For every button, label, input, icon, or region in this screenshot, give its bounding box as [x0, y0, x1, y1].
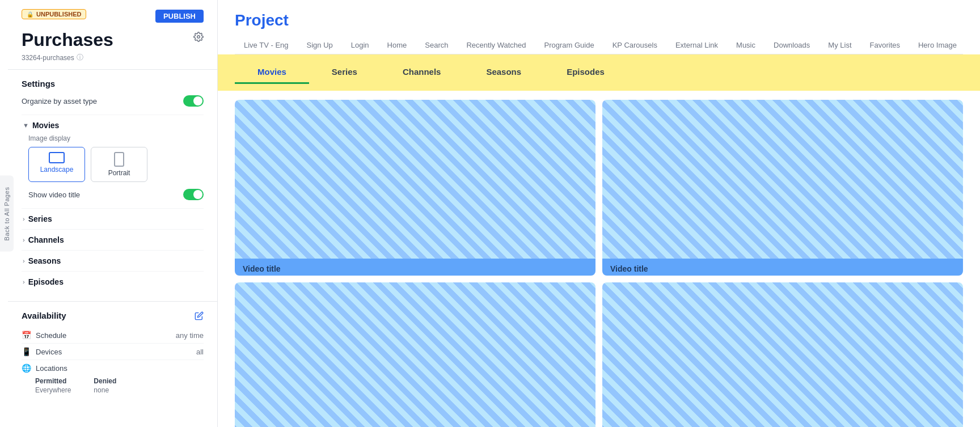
locations-row: 🌐 Locations Permitted Everywhere Denied … — [22, 360, 204, 398]
schedule-label: Schedule — [36, 331, 66, 340]
seasons-label: Seasons — [28, 256, 61, 265]
show-video-title-row: Show video title — [28, 189, 204, 200]
nav-tab-external-link[interactable]: External Link — [666, 36, 727, 54]
info-icon: ⓘ — [77, 53, 83, 62]
tab-movies[interactable]: Movies — [235, 61, 309, 84]
episodes-chevron-right-icon: › — [23, 278, 25, 285]
page-id: 33264-purchases ⓘ — [22, 53, 204, 62]
portrait-option[interactable]: Portrait — [91, 147, 147, 182]
channels-chevron-right-icon: › — [23, 236, 25, 243]
svg-point-0 — [197, 36, 200, 39]
nav-tab-favorites[interactable]: Favorites — [861, 36, 909, 54]
video-thumbnail-1 — [235, 100, 595, 259]
series-label: Series — [28, 214, 52, 223]
nav-tab-login[interactable]: Login — [342, 36, 378, 54]
nav-tab-live-tv-eng[interactable]: Live TV - Eng — [235, 36, 298, 54]
nav-tab-downloads[interactable]: Downloads — [764, 36, 819, 54]
schedule-row: 📅 Schedule any time — [22, 327, 204, 344]
permitted-value: Everywhere — [35, 386, 71, 394]
page-title: Purchases — [22, 29, 113, 50]
nav-tab-my-list[interactable]: My List — [819, 36, 860, 54]
series-chevron-right-icon: › — [23, 215, 25, 222]
settings-section-title: Settings — [22, 79, 204, 88]
device-icon: 📱 — [22, 347, 31, 356]
content-tabs-bar: Movies Series Channels Seasons Episodes — [218, 54, 980, 91]
devices-row: 📱 Devices all — [22, 344, 204, 360]
nav-tab-music[interactable]: Music — [727, 36, 764, 54]
publish-button[interactable]: PUBLISH — [155, 10, 204, 23]
movies-chevron-down-icon: ▼ — [23, 122, 29, 129]
nav-tab-kp-carousels[interactable]: KP Carousels — [603, 36, 666, 54]
episodes-section: › Episodes — [22, 271, 204, 292]
series-section-header[interactable]: › Series — [22, 214, 204, 223]
tab-episodes[interactable]: Episodes — [544, 61, 627, 84]
channels-section: › Channels — [22, 229, 204, 250]
image-display-label: Image display — [28, 134, 204, 142]
organize-by-asset-type-toggle[interactable] — [183, 95, 204, 107]
tab-channels[interactable]: Channels — [380, 61, 464, 84]
globe-icon: 🌐 — [22, 363, 31, 373]
video-card-2: Video title — [602, 100, 963, 276]
edit-icon[interactable] — [195, 311, 204, 320]
landscape-icon — [49, 152, 65, 163]
video-card-3 — [235, 282, 595, 427]
denied-label: Denied — [94, 377, 116, 385]
seasons-chevron-right-icon: › — [23, 257, 25, 264]
organize-by-asset-type-label: Organize by asset type — [22, 97, 97, 105]
movies-label: Movies — [32, 121, 59, 130]
organize-by-asset-type-row: Organize by asset type — [22, 95, 204, 107]
video-card-1: Video title — [235, 100, 595, 276]
show-video-title-label: Show video title — [28, 191, 80, 199]
nav-tab-program-guide[interactable]: Program Guide — [535, 36, 603, 54]
seasons-section: › Seasons — [22, 250, 204, 271]
permitted-label: Permitted — [35, 377, 71, 385]
landscape-option[interactable]: Landscape — [28, 147, 85, 182]
locations-label: Locations — [36, 364, 67, 373]
tab-seasons[interactable]: Seasons — [463, 61, 544, 84]
movies-section-header[interactable]: ▼ Movies — [22, 121, 204, 130]
episodes-section-header[interactable]: › Episodes — [22, 277, 204, 286]
tab-series[interactable]: Series — [309, 61, 380, 84]
nav-tab-sign-up[interactable]: Sign Up — [298, 36, 342, 54]
portrait-icon — [114, 152, 124, 167]
schedule-value: any time — [176, 331, 204, 340]
denied-value: none — [94, 386, 116, 394]
video-card-4 — [602, 282, 963, 427]
devices-label: Devices — [36, 348, 62, 356]
video-title-1: Video title — [235, 259, 595, 276]
show-video-title-toggle[interactable] — [183, 189, 204, 200]
project-label: Project — [235, 11, 963, 29]
preview-area: Video title Video title — [218, 91, 980, 427]
video-thumbnail-2 — [602, 100, 963, 259]
channels-section-header[interactable]: › Channels — [22, 235, 204, 244]
series-section: › Series — [22, 208, 204, 229]
nav-tab-search[interactable]: Search — [416, 36, 457, 54]
unpublished-badge: 🔒 UNPUBLISHED — [22, 9, 86, 19]
nav-tab-hero-image[interactable]: Hero Image — [909, 36, 963, 54]
calendar-icon: 📅 — [22, 331, 31, 340]
availability-title: Availability — [22, 311, 66, 320]
video-thumbnail-3 — [235, 282, 595, 427]
nav-tab-home[interactable]: Home — [378, 36, 416, 54]
video-thumbnail-4 — [602, 282, 963, 427]
movies-section: ▼ Movies Image display Landscape Portrai… — [22, 115, 204, 208]
episodes-label: Episodes — [28, 277, 64, 286]
gear-icon[interactable] — [193, 32, 204, 42]
devices-value: all — [196, 348, 204, 356]
back-to-all-pages[interactable]: Back to All Pages — [0, 175, 14, 252]
channels-label: Channels — [28, 235, 64, 244]
nav-tabs: Live TV - Eng Sign Up Login Home Search … — [235, 36, 963, 54]
seasons-section-header[interactable]: › Seasons — [22, 256, 204, 265]
video-title-2: Video title — [602, 259, 963, 276]
nav-tab-recently-watched[interactable]: Recently Watched — [457, 36, 535, 54]
